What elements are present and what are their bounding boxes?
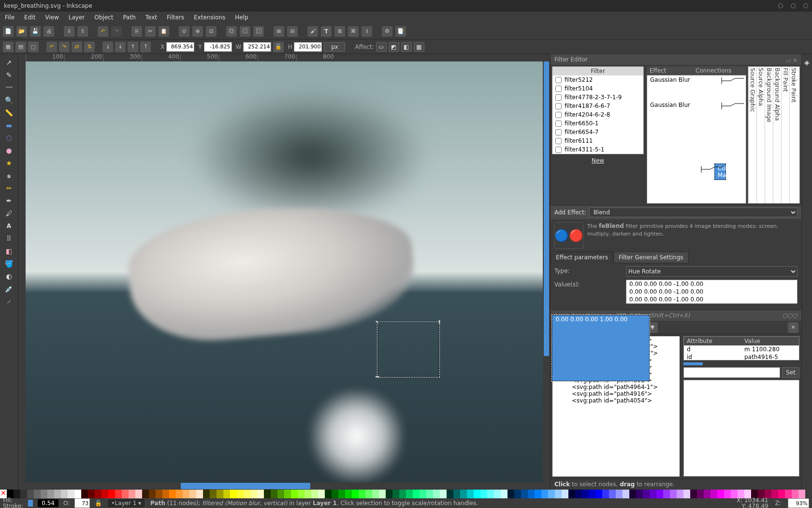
lower-bottom-icon[interactable]: ⤓ [102, 42, 113, 52]
menu-help[interactable]: Help [235, 14, 248, 21]
xml-node[interactable]: <svg:path id="path4916"> [552, 390, 680, 397]
layer-selector[interactable]: •Layer 1 ▾ [107, 498, 145, 508]
filter-row[interactable]: filter4778-2-3-7-1-9 [552, 93, 643, 102]
color-swatch[interactable] [643, 490, 650, 498]
node-tool[interactable]: ✎ [4, 70, 14, 80]
effect-row[interactable]: Gaussian Blur [647, 75, 746, 84]
color-swatch[interactable] [636, 490, 643, 498]
source-background-image[interactable]: Background Image [765, 67, 773, 203]
prefs-icon[interactable]: ⚙ [382, 26, 392, 37]
xml-icon[interactable]: ⌘ [348, 26, 359, 37]
filter-checkbox[interactable] [555, 129, 562, 135]
color-swatch[interactable] [589, 490, 595, 498]
stroke-width[interactable]: 0.54 [38, 499, 58, 507]
color-swatch[interactable] [697, 490, 704, 498]
affect-corners-icon[interactable]: ◩ [389, 42, 399, 52]
color-swatch[interactable] [487, 490, 494, 498]
filter-row[interactable]: filter4311-5-1 [552, 145, 643, 154]
text-icon[interactable]: T [321, 26, 332, 37]
color-swatch[interactable] [717, 490, 724, 498]
deselect-icon[interactable]: ▢ [28, 42, 39, 52]
layer-lock-icon[interactable]: 🔓 [95, 500, 102, 507]
filter-checkbox[interactable] [555, 138, 562, 144]
raise-icon[interactable]: ↑ [128, 42, 138, 52]
filter-checkbox[interactable] [555, 103, 562, 109]
color-swatch[interactable] [663, 490, 670, 498]
color-swatch[interactable] [650, 490, 656, 498]
menu-edit[interactable]: Edit [24, 14, 35, 21]
color-swatch[interactable] [670, 490, 677, 498]
bezier-tool[interactable]: ✒ [4, 195, 14, 206]
open-icon[interactable]: 📂 [16, 26, 27, 37]
filter-checkbox[interactable] [555, 112, 562, 118]
effect-row[interactable]: Color Matrix [714, 164, 726, 180]
matrix-row[interactable]: 0.00 0.00 0.00 -1.00 0.00 [626, 288, 797, 296]
matrix-row[interactable]: 0.00 0.00 0.00 1.00 0.00 [552, 315, 650, 381]
selector-tool[interactable]: ➚ [4, 57, 14, 68]
select-all-icon[interactable]: ▤ [15, 42, 26, 52]
attr-row[interactable]: dm 1100.280 [684, 345, 799, 353]
source-background-alpha[interactable]: Background Alpha [773, 67, 781, 203]
save-icon[interactable]: 💾 [30, 26, 41, 37]
layers-icon[interactable]: ≣ [334, 26, 345, 37]
filter-row[interactable]: filter5104 [552, 84, 643, 93]
menu-layer[interactable]: Layer [69, 14, 85, 21]
export-icon[interactable]: ⇧ [77, 26, 88, 37]
bucket-tool[interactable]: 🪣 [4, 258, 14, 269]
xml-node[interactable]: <svg:path id="path4054"> [552, 397, 680, 404]
dropper-tool[interactable]: 💉 [4, 284, 14, 294]
xml-max-icon[interactable]: ○ [787, 312, 792, 319]
filter-checkbox[interactable] [555, 86, 562, 92]
eraser-tool[interactable]: ◧ [4, 246, 14, 256]
star-tool[interactable]: ★ [4, 158, 14, 168]
group-icon[interactable]: ⊞ [274, 26, 284, 37]
panel-min-icon[interactable]: ▭ [786, 57, 791, 62]
fill-swatch[interactable] [28, 500, 33, 507]
connector-tool[interactable]: ⟋ [4, 296, 14, 307]
unlink-icon[interactable]: ⿵ [253, 26, 264, 37]
duplicate-icon[interactable]: ⿻ [226, 26, 237, 37]
lock-aspect-icon[interactable]: 🔓 [273, 42, 284, 52]
filter-checkbox[interactable] [555, 147, 562, 153]
matrix-row[interactable]: 0.00 0.00 0.00 -1.00 0.00 [626, 296, 797, 303]
opacity-input[interactable] [74, 498, 90, 508]
align-icon[interactable]: ⫴ [362, 26, 372, 37]
xml-close-icon[interactable]: ○ [793, 312, 798, 319]
menu-file[interactable]: File [5, 14, 14, 21]
panel-close-icon[interactable]: ✕ [793, 57, 798, 62]
attr-value-textarea[interactable] [683, 380, 799, 477]
color-swatch[interactable] [541, 490, 548, 498]
rect-tool[interactable]: ▬ [4, 120, 14, 131]
filter-list[interactable]: Filter filter5212Motion blur, verticalfi… [552, 66, 644, 154]
color-swatch[interactable] [562, 490, 568, 498]
filter-row[interactable]: filter6650-1 [552, 119, 643, 128]
doc-prefs-icon[interactable]: 📑 [395, 26, 406, 37]
filter-checkbox[interactable] [555, 77, 562, 83]
zoom-page-icon[interactable]: ⊡ [206, 26, 217, 37]
color-swatch[interactable] [521, 490, 528, 498]
canvas[interactable]: ↖ ↕ ↔ [26, 61, 543, 482]
color-swatch[interactable] [629, 490, 636, 498]
color-swatch[interactable] [582, 490, 589, 498]
new-doc-icon[interactable]: 📄 [3, 26, 14, 37]
zoom-drawing-icon[interactable]: ⊕ [192, 26, 203, 37]
color-swatch[interactable] [514, 490, 521, 498]
clone-icon[interactable]: ⿴ [240, 26, 250, 37]
filter-row[interactable]: filter6111 [552, 136, 643, 145]
zoom-input[interactable] [788, 498, 809, 508]
tweak-tool[interactable]: 〰 [4, 82, 14, 93]
affect-stroke-icon[interactable]: ▭ [376, 42, 387, 52]
select-all-layers-icon[interactable]: ▦ [3, 42, 14, 52]
zoom-selection-icon[interactable]: ⊙ [179, 26, 189, 37]
undo-icon[interactable]: ↶ [98, 26, 108, 37]
color-swatch[interactable] [535, 490, 541, 498]
set-attr-button[interactable]: Set [782, 367, 799, 378]
source-source-alpha[interactable]: Source Alpha [756, 67, 765, 203]
filter-row[interactable]: filter6654-7 [552, 128, 643, 136]
zoom-tool[interactable]: 🔍 [4, 95, 14, 105]
menu-filters[interactable]: Filters [167, 14, 184, 21]
ungroup-icon[interactable]: ⊟ [287, 26, 298, 37]
color-swatch[interactable] [704, 490, 710, 498]
w-input[interactable] [243, 42, 271, 52]
attribute-table[interactable]: AttributeValue dm 1100.280idpath4916-5 [683, 336, 799, 360]
